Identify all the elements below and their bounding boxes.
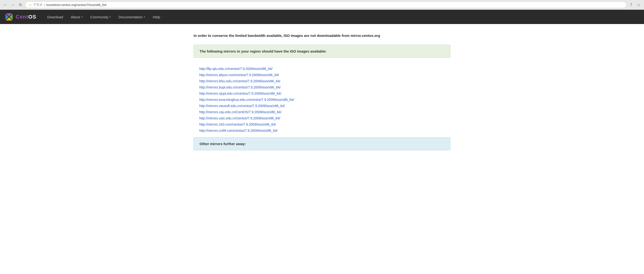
- mirror-link[interactable]: http://mirrors.cqu.edu.cn/CentOS/7.9.200…: [199, 110, 445, 114]
- share-button[interactable]: ⤴: [628, 2, 634, 8]
- mirror-link[interactable]: http://mirrors.tuna.tsinghua.edu.cn/cent…: [199, 98, 445, 102]
- centos-logo-icon: [5, 12, 13, 21]
- mirrors-box: The following mirrors in your region sho…: [194, 45, 450, 58]
- security-warning-icon: ⚠: [29, 3, 32, 7]
- nav-help[interactable]: Help: [149, 10, 164, 24]
- forward-button[interactable]: →: [10, 2, 16, 8]
- mirror-link[interactable]: http://mirrors.aliyun.com/centos/7.9.200…: [199, 73, 445, 77]
- mirror-link[interactable]: http://mirrors.163.com/centos/7.9.2009/i…: [199, 122, 445, 126]
- nav-links: Download About ▾ Community ▾ Documentati…: [44, 10, 164, 24]
- browser-chrome: ← → ↻ ⚠ 不安全 | isoredirect.centos.org/cen…: [0, 0, 644, 10]
- reload-button[interactable]: ↻: [18, 2, 23, 8]
- community-chevron-icon: ▾: [110, 16, 111, 18]
- mirror-link[interactable]: http://ftp.sjtu.edu.cn/centos/7.9.2009/i…: [199, 67, 445, 71]
- nav-community[interactable]: Community ▾: [86, 10, 115, 24]
- other-mirrors-title: Other mirrors further away:: [200, 142, 444, 146]
- nav-documentation[interactable]: Documentation ▾: [115, 10, 149, 24]
- url-text: isoredirect.centos.org/centos/7/isos/x86…: [46, 3, 106, 7]
- nav-download[interactable]: Download: [44, 10, 67, 24]
- navbar-logo: CentOS: [5, 12, 36, 21]
- mirror-link[interactable]: http://mirrors.neusoft.edu.cn/centos/7.9…: [199, 104, 445, 108]
- mirror-link[interactable]: http://mirrors.bfsu.edu.cn/centos/7.9.20…: [199, 79, 445, 83]
- main-content: In order to conserve the limited bandwid…: [179, 24, 465, 160]
- browser-actions: ⤴ ☆: [628, 2, 642, 8]
- navbar: CentOS Download About ▾ Community ▾ Docu…: [0, 10, 644, 24]
- security-label: 不安全: [33, 2, 42, 7]
- mirror-links-list: http://ftp.sjtu.edu.cn/centos/7.9.2009/i…: [194, 64, 450, 137]
- pipe-separator: |: [44, 3, 45, 7]
- mirror-link[interactable]: http://mirrors.cn99.com/centos/7.9.2009/…: [199, 129, 445, 132]
- navbar-brand: CentOS: [16, 14, 36, 20]
- address-bar[interactable]: ⚠ 不安全 | isoredirect.centos.org/centos/7/…: [25, 2, 626, 8]
- documentation-chevron-icon: ▾: [144, 16, 145, 18]
- mirrors-box-title: The following mirrors in your region sho…: [200, 49, 444, 53]
- other-mirrors-box: Other mirrors further away:: [194, 137, 450, 150]
- bookmark-button[interactable]: ☆: [636, 2, 642, 8]
- nav-about[interactable]: About ▾: [67, 10, 86, 24]
- back-button[interactable]: ←: [2, 2, 8, 8]
- mirror-link[interactable]: http://mirrors.bupt.edu.cn/centos/7.9.20…: [199, 86, 445, 89]
- mirror-link[interactable]: http://mirrors.njupt.edu.cn/centos/7.9.2…: [199, 92, 445, 96]
- mirror-link[interactable]: http://mirrors.ustc.edu.cn/centos/7.9.20…: [199, 116, 445, 120]
- about-chevron-icon: ▾: [81, 16, 83, 18]
- main-notice: In order to conserve the limited bandwid…: [194, 34, 450, 38]
